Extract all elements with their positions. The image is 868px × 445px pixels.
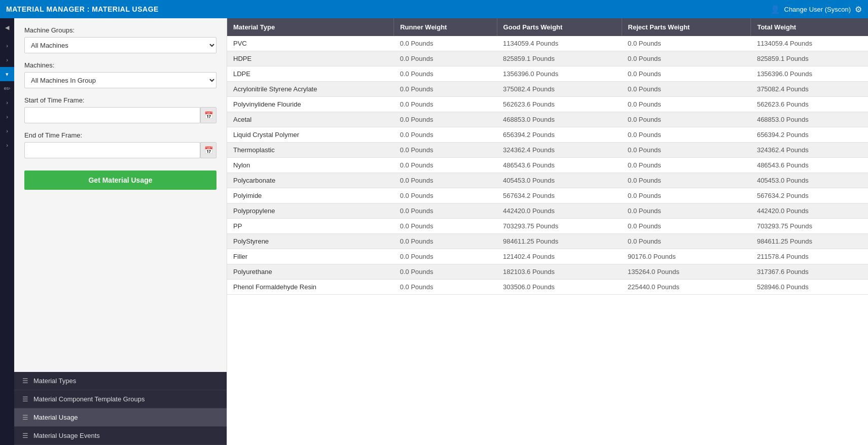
cell-7-3: 0.0 Pounds bbox=[622, 143, 751, 158]
cell-0-3: 0.0 Pounds bbox=[622, 36, 751, 51]
cell-9-4: 405453.0 Pounds bbox=[751, 173, 868, 188]
cell-7-4: 324362.4 Pounds bbox=[751, 143, 868, 158]
cell-11-1: 0.0 Pounds bbox=[394, 203, 497, 219]
cell-5-4: 468853.0 Pounds bbox=[751, 112, 868, 127]
left-panel: Machine Groups: All Machines Machines: A… bbox=[14, 18, 227, 445]
material-usage-events-icon: ☰ bbox=[22, 432, 28, 439]
cell-14-1: 0.0 Pounds bbox=[394, 249, 497, 264]
rail-arrow-2[interactable]: › bbox=[0, 53, 14, 67]
rail-arrow-1[interactable]: › bbox=[0, 39, 14, 53]
table-row: Thermoplastic0.0 Pounds324362.4 Pounds0.… bbox=[227, 143, 868, 158]
cell-0-4: 1134059.4 Pounds bbox=[751, 36, 868, 51]
cell-3-3: 0.0 Pounds bbox=[622, 82, 751, 97]
col-material-type: Material Type bbox=[227, 18, 394, 36]
cell-4-2: 562623.6 Pounds bbox=[497, 97, 622, 112]
cell-16-2: 303506.0 Pounds bbox=[497, 280, 622, 295]
nav-item-material-component-template-groups[interactable]: ☰ Material Component Template Groups bbox=[14, 390, 227, 408]
table-row: Polycarbonate0.0 Pounds405453.0 Pounds0.… bbox=[227, 173, 868, 188]
cell-3-2: 375082.4 Pounds bbox=[497, 82, 622, 97]
machines-group: Machines: All Machines In Group bbox=[24, 61, 216, 88]
machines-select[interactable]: All Machines In Group bbox=[24, 72, 216, 88]
cell-15-1: 0.0 Pounds bbox=[394, 264, 497, 280]
end-time-group: End of Time Frame: 04/12/2024 8:45 a.m. … bbox=[24, 131, 216, 158]
cell-12-1: 0.0 Pounds bbox=[394, 219, 497, 234]
cell-13-3: 0.0 Pounds bbox=[622, 234, 751, 249]
start-time-calendar-button[interactable]: 📅 bbox=[200, 107, 216, 123]
cell-4-1: 0.0 Pounds bbox=[394, 97, 497, 112]
start-time-label: Start of Time Frame: bbox=[24, 96, 216, 104]
nav-material-usage-label: Material Usage bbox=[33, 414, 78, 421]
topbar-right: 👤 Change User (Syscon) ⚙ bbox=[770, 5, 862, 14]
cell-14-2: 121402.4 Pounds bbox=[497, 249, 622, 264]
material-component-template-groups-icon: ☰ bbox=[22, 395, 28, 403]
cell-8-3: 0.0 Pounds bbox=[622, 158, 751, 173]
rail-arrow-active[interactable]: ▾ bbox=[0, 67, 14, 81]
cell-7-2: 324362.4 Pounds bbox=[497, 143, 622, 158]
rail-arrow-6[interactable]: › bbox=[0, 138, 14, 152]
settings-icon[interactable]: ⚙ bbox=[855, 5, 862, 14]
cell-12-0: PP bbox=[227, 219, 394, 234]
cell-3-4: 375082.4 Pounds bbox=[751, 82, 868, 97]
cell-7-0: Thermoplastic bbox=[227, 143, 394, 158]
form-area: Machine Groups: All Machines Machines: A… bbox=[14, 18, 227, 372]
table-row: PVC0.0 Pounds1134059.4 Pounds0.0 Pounds1… bbox=[227, 36, 868, 51]
cell-8-0: Nylon bbox=[227, 158, 394, 173]
cell-10-0: Polyimide bbox=[227, 188, 394, 203]
cell-7-1: 0.0 Pounds bbox=[394, 143, 497, 158]
nav-item-material-usage-events[interactable]: ☰ Material Usage Events bbox=[14, 427, 227, 445]
cell-5-1: 0.0 Pounds bbox=[394, 112, 497, 127]
table-row: PP0.0 Pounds703293.75 Pounds0.0 Pounds70… bbox=[227, 219, 868, 234]
cell-10-1: 0.0 Pounds bbox=[394, 188, 497, 203]
get-material-usage-button[interactable]: Get Material Usage bbox=[24, 170, 216, 190]
start-time-input[interactable]: 04/01/2024 8:45 a.m. bbox=[24, 107, 200, 123]
cell-0-0: PVC bbox=[227, 36, 394, 51]
start-time-input-wrap: 04/01/2024 8:45 a.m. 📅 bbox=[24, 107, 216, 123]
table-row: HDPE0.0 Pounds825859.1 Pounds0.0 Pounds8… bbox=[227, 51, 868, 66]
machine-groups-select[interactable]: All Machines bbox=[24, 37, 216, 53]
rail-arrow-4[interactable]: › bbox=[0, 110, 14, 124]
cell-6-3: 0.0 Pounds bbox=[622, 127, 751, 143]
nav-material-component-template-groups-label: Material Component Template Groups bbox=[33, 395, 144, 403]
col-total-weight: Total Weight bbox=[751, 18, 868, 36]
material-types-icon: ☰ bbox=[22, 377, 28, 385]
table-row: Acetal0.0 Pounds468853.0 Pounds0.0 Pound… bbox=[227, 112, 868, 127]
cell-14-4: 211578.4 Pounds bbox=[751, 249, 868, 264]
cell-1-1: 0.0 Pounds bbox=[394, 51, 497, 66]
machine-groups-label: Machine Groups: bbox=[24, 26, 216, 34]
cell-2-4: 1356396.0 Pounds bbox=[751, 66, 868, 82]
end-time-input[interactable]: 04/12/2024 8:45 a.m. bbox=[24, 142, 200, 158]
rail-es-button[interactable]: es› bbox=[0, 81, 14, 95]
rail-arrow-5[interactable]: › bbox=[0, 124, 14, 138]
cell-10-4: 567634.2 Pounds bbox=[751, 188, 868, 203]
cell-16-0: Phenol Formaldehyde Resin bbox=[227, 280, 394, 295]
table-header-row: Material Type Runner Weight Good Parts W… bbox=[227, 18, 868, 36]
rail-arrow-3[interactable]: › bbox=[0, 95, 14, 110]
cell-10-3: 0.0 Pounds bbox=[622, 188, 751, 203]
cell-9-3: 0.0 Pounds bbox=[622, 173, 751, 188]
content-area: Material Type Runner Weight Good Parts W… bbox=[227, 18, 868, 445]
cell-9-0: Polycarbonate bbox=[227, 173, 394, 188]
cell-4-0: Polyvinylidene Flouride bbox=[227, 97, 394, 112]
cell-8-2: 486543.6 Pounds bbox=[497, 158, 622, 173]
end-time-calendar-button[interactable]: 📅 bbox=[200, 142, 216, 158]
table-row: PolyStyrene0.0 Pounds984611.25 Pounds0.0… bbox=[227, 234, 868, 249]
table-row: Polyurethane0.0 Pounds182103.6 Pounds135… bbox=[227, 264, 868, 280]
cell-13-0: PolyStyrene bbox=[227, 234, 394, 249]
nav-item-material-usage[interactable]: ☰ Material Usage bbox=[14, 408, 227, 427]
cell-13-4: 984611.25 Pounds bbox=[751, 234, 868, 249]
nav-item-material-types[interactable]: ☰ Material Types bbox=[14, 372, 227, 390]
table-row: Filler0.0 Pounds121402.4 Pounds90176.0 P… bbox=[227, 249, 868, 264]
cell-16-4: 528946.0 Pounds bbox=[751, 280, 868, 295]
change-user-label[interactable]: Change User (Syscon) bbox=[784, 6, 851, 13]
rail-back-button[interactable]: ◀ bbox=[0, 20, 14, 35]
material-usage-icon: ☰ bbox=[22, 414, 28, 421]
cell-6-1: 0.0 Pounds bbox=[394, 127, 497, 143]
cell-9-1: 0.0 Pounds bbox=[394, 173, 497, 188]
cell-2-1: 0.0 Pounds bbox=[394, 66, 497, 82]
cell-0-2: 1134059.4 Pounds bbox=[497, 36, 622, 51]
nav-material-usage-events-label: Material Usage Events bbox=[33, 432, 100, 439]
table-row: Phenol Formaldehyde Resin0.0 Pounds30350… bbox=[227, 280, 868, 295]
machines-label: Machines: bbox=[24, 61, 216, 69]
cell-11-0: Polypropylene bbox=[227, 203, 394, 219]
cell-13-2: 984611.25 Pounds bbox=[497, 234, 622, 249]
